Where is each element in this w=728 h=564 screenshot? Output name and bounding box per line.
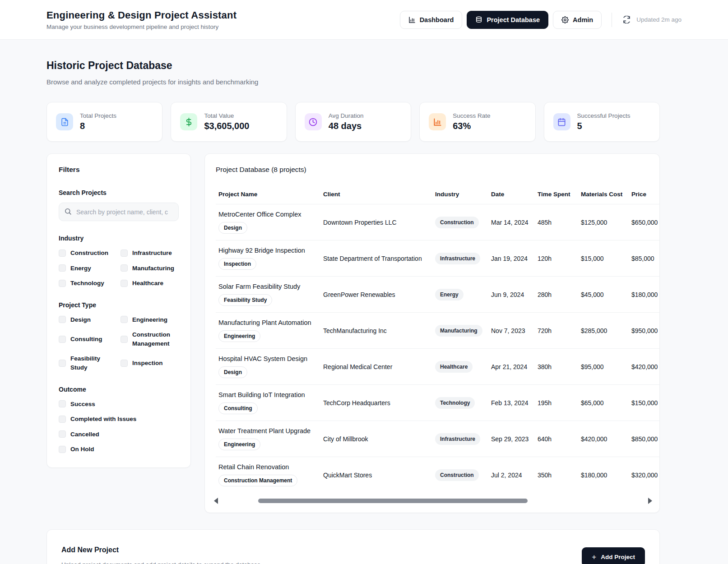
industry-badge: Construction [435, 217, 479, 228]
filter-option-label: On Hold [70, 445, 94, 454]
page-title: Historic Project Database [46, 60, 660, 72]
checkbox[interactable] [59, 336, 66, 343]
materials-cost-cell: $15,000 [578, 240, 629, 277]
add-project-button[interactable]: + Add Project [582, 547, 645, 564]
search-input[interactable] [59, 203, 179, 221]
industry-badge: Construction [435, 469, 479, 481]
time-spent-cell: 720h [535, 313, 578, 349]
filter-option-label: Construction [70, 249, 108, 258]
date-cell: Jun 9, 2024 [488, 277, 535, 313]
filter-option-label: Infrastructure [132, 249, 172, 258]
app-subtitle: Manage your business development pipelin… [46, 23, 236, 30]
filter-option: Manufacturing [121, 264, 179, 273]
nav-project-database-button[interactable]: Project Database [467, 11, 548, 29]
time-spent-cell: 640h [535, 421, 578, 457]
time-spent-cell: 485h [535, 204, 578, 240]
price-cell: $85,000 [629, 240, 659, 277]
filter-option-label: Success [70, 400, 95, 409]
stat-value: 63% [453, 121, 490, 131]
industry-options: Construction Infrastructure Energy [59, 249, 179, 288]
refresh-icon[interactable] [623, 16, 631, 23]
table-row[interactable]: Hospital HVAC System Design Design Regio… [216, 349, 659, 385]
scrollbar-thumb[interactable] [258, 499, 528, 503]
project-name: Smart Building IoT Integration [218, 391, 316, 398]
industry-badge: Technology [435, 397, 475, 409]
checkbox[interactable] [59, 264, 66, 272]
table-row[interactable]: Highway 92 Bridge Inspection Inspection … [216, 240, 659, 277]
filter-option: Engineering [121, 315, 179, 324]
filter-option: Infrastructure [121, 249, 179, 258]
search-projects-label: Search Projects [59, 189, 179, 196]
table-row[interactable]: Solar Farm Feasibility Study Feasibility… [216, 277, 659, 313]
nav-project-database-label: Project Database [487, 16, 540, 23]
materials-cost-cell: $45,000 [578, 277, 629, 313]
checkbox[interactable] [121, 360, 128, 367]
table-row[interactable]: Water Treatment Plant Upgrade Engineerin… [216, 421, 659, 457]
bar-chart-icon [408, 16, 416, 23]
table-row[interactable]: Smart Building IoT Integration Consultin… [216, 385, 659, 421]
time-spent-cell: 280h [535, 277, 578, 313]
filter-option: Construction Management [121, 330, 179, 348]
file-icon [56, 113, 73, 130]
client-cell: QuickMart Stores [320, 457, 432, 493]
filter-option-label: Feasibility Study [70, 354, 117, 372]
date-cell: Mar 14, 2024 [488, 204, 535, 240]
price-cell: $180,000 [629, 277, 659, 313]
plus-icon: + [592, 553, 596, 561]
project-type-options: Design Engineering Consulting Co [59, 315, 179, 372]
project-name: Manufacturing Plant Automation [218, 319, 316, 326]
database-icon [475, 16, 482, 23]
checkbox[interactable] [59, 446, 66, 453]
project-name: Retail Chain Renovation [218, 463, 316, 471]
checkbox[interactable] [121, 280, 128, 287]
date-cell: Sep 29, 2023 [488, 421, 535, 457]
checkbox[interactable] [121, 250, 128, 257]
materials-cost-cell: $95,000 [578, 349, 629, 385]
checkbox[interactable] [59, 316, 66, 323]
filter-option-label: Construction Management [132, 330, 179, 348]
filter-option-label: Inspection [132, 359, 163, 368]
checkbox[interactable] [121, 336, 128, 343]
checkbox[interactable] [59, 250, 66, 257]
checkbox[interactable] [59, 416, 66, 423]
header-divider [612, 13, 612, 27]
add-project-section: Add New Project Upload project documents… [46, 529, 660, 564]
nav-dashboard-button[interactable]: Dashboard [400, 11, 463, 29]
checkbox[interactable] [121, 264, 128, 272]
stat-avg-duration: Avg Duration 48 days [295, 102, 411, 142]
project-type-badge: Design [218, 366, 247, 378]
checkbox[interactable] [59, 430, 66, 438]
stat-label: Total Projects [80, 112, 116, 119]
table-row[interactable]: Manufacturing Plant Automation Engineeri… [216, 313, 659, 349]
stat-success-rate: Success Rate 63% [419, 102, 535, 142]
industry-badge: Healthcare [435, 361, 473, 373]
project-type-badge: Consulting [218, 402, 258, 414]
filter-option: Feasibility Study [59, 354, 117, 372]
checkbox[interactable] [121, 316, 128, 323]
table-row[interactable]: Retail Chain Renovation Construction Man… [216, 457, 659, 493]
scroll-right-arrow[interactable] [648, 498, 652, 504]
outcome-group-title: Outcome [59, 386, 179, 393]
table-row[interactable]: MetroCenter Office Complex Design Downto… [216, 204, 659, 240]
bar-chart-icon [429, 113, 446, 130]
checkbox[interactable] [59, 280, 66, 287]
client-cell: City of Millbrook [320, 421, 432, 457]
project-type-badge: Feasibility Study [218, 294, 272, 306]
filter-option-label: Completed with Issues [70, 415, 136, 424]
add-project-subtitle: Upload project documents and add project… [61, 561, 260, 564]
price-cell: $950,000 [629, 313, 659, 349]
filter-option-label: Manufacturing [132, 264, 174, 273]
checkbox[interactable] [59, 400, 66, 407]
materials-cost-cell: $180,000 [578, 457, 629, 493]
scrollbar-track[interactable] [223, 499, 644, 503]
checkbox[interactable] [59, 360, 66, 367]
stat-value: 48 days [329, 121, 364, 131]
project-table-card: Project Database (8 projects) Project Na… [204, 153, 660, 513]
nav-admin-button[interactable]: Admin [553, 11, 602, 29]
industry-badge: Infrastructure [435, 253, 480, 264]
clock-icon [305, 113, 322, 130]
price-cell: $650,000 [629, 204, 659, 240]
scroll-left-arrow[interactable] [214, 498, 218, 504]
filter-option: On Hold [59, 445, 179, 454]
col-project-name: Project Name [216, 185, 320, 204]
